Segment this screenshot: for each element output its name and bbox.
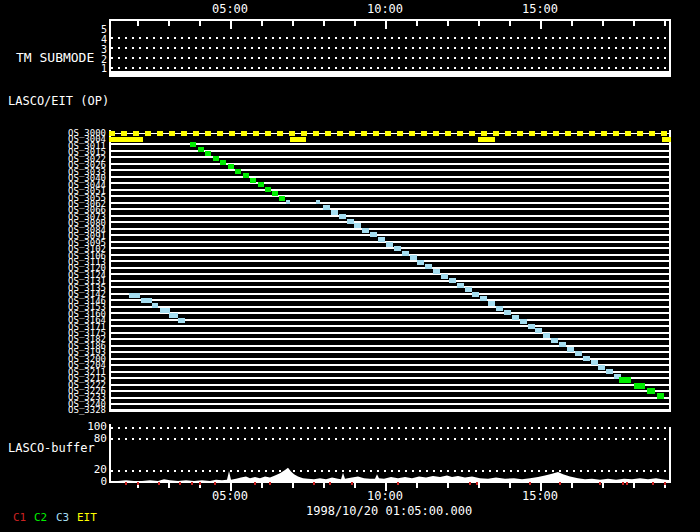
time-tick-label: 10:00 bbox=[367, 489, 403, 503]
legend-item-c1: C1 bbox=[13, 511, 26, 524]
tm-dotted-gridline bbox=[111, 47, 670, 49]
hour-tick bbox=[664, 21, 666, 26]
c3-observation-marker bbox=[465, 287, 472, 292]
os-row-label: OS_3033 bbox=[42, 167, 106, 173]
c3-observation-marker bbox=[129, 293, 140, 298]
os-row-separator bbox=[109, 156, 671, 158]
os-row-label: OS_3015 bbox=[42, 147, 106, 153]
os-row-separator bbox=[109, 195, 671, 197]
time-tick-label: 10:00 bbox=[367, 2, 403, 16]
os-row-label: OS_3011 bbox=[42, 141, 106, 147]
os-row-separator bbox=[109, 273, 671, 275]
c1-event-tick bbox=[652, 482, 654, 485]
os-row-label: OS_3026 bbox=[42, 160, 106, 166]
hour-tick bbox=[292, 21, 294, 26]
c3-observation-marker bbox=[598, 365, 605, 370]
hour-tick bbox=[509, 483, 511, 488]
c3-observation-marker bbox=[347, 219, 354, 224]
c3-observation-marker bbox=[559, 342, 566, 347]
os-row-separator bbox=[109, 254, 671, 256]
os-row-label: OS_3175 bbox=[42, 328, 106, 334]
os-row-separator bbox=[109, 267, 671, 269]
os-row-label: OS_3055 bbox=[42, 193, 106, 199]
hour-tick bbox=[230, 21, 232, 29]
c2-observation-marker bbox=[647, 388, 655, 394]
os-row-separator bbox=[109, 403, 671, 405]
c2-observation-marker bbox=[228, 164, 234, 169]
axis-line bbox=[109, 19, 671, 21]
hour-tick bbox=[509, 21, 511, 26]
os-row-label: OS_3135 bbox=[42, 283, 106, 289]
hour-tick bbox=[323, 483, 325, 488]
os-row-label: OS_3222 bbox=[42, 380, 106, 386]
hour-tick bbox=[571, 21, 573, 26]
os-row-label: OS_3113 bbox=[42, 257, 106, 263]
c3-observation-marker bbox=[169, 313, 178, 318]
os-row-separator bbox=[109, 306, 671, 308]
c3-observation-marker bbox=[472, 292, 479, 297]
os-bottom-border bbox=[109, 409, 671, 412]
c1-event-tick bbox=[397, 482, 399, 485]
os-row-label: OS_3080 bbox=[42, 218, 106, 224]
c3-observation-marker bbox=[512, 315, 519, 320]
c2-observation-marker bbox=[250, 178, 256, 183]
c3-observation-marker bbox=[370, 232, 377, 237]
c3-observation-marker bbox=[394, 246, 401, 251]
os-row-label: OS_3084 bbox=[42, 225, 106, 231]
os-row-label: OS_3102 bbox=[42, 244, 106, 250]
c1-event-tick bbox=[158, 482, 160, 485]
c3-observation-marker bbox=[362, 228, 369, 233]
os-row-separator bbox=[109, 286, 671, 288]
os-row-separator bbox=[109, 299, 671, 301]
tm-dotted-gridline bbox=[111, 57, 670, 59]
c1-event-tick bbox=[254, 482, 256, 485]
c1-event-tick bbox=[269, 482, 271, 485]
os-row-label: OS_3040 bbox=[42, 173, 106, 179]
os-row-label: OS_3328 bbox=[42, 405, 106, 411]
c3-observation-marker bbox=[152, 303, 158, 308]
hour-tick bbox=[540, 21, 542, 29]
c1-event-tick bbox=[476, 482, 478, 485]
hour-tick bbox=[261, 21, 263, 26]
os-row-separator bbox=[109, 345, 671, 347]
c2-observation-marker bbox=[213, 156, 219, 161]
c1-event-tick bbox=[469, 482, 471, 485]
c3-observation-marker bbox=[457, 283, 464, 288]
os-row-label: OS_3226 bbox=[42, 386, 106, 392]
c3-observation-marker bbox=[441, 274, 448, 279]
c3-observation-marker bbox=[504, 310, 511, 315]
c3-observation-marker bbox=[386, 242, 393, 247]
hour-tick bbox=[168, 21, 170, 26]
time-tick-label: 05:00 bbox=[212, 489, 248, 503]
tm-submode-value-band bbox=[109, 71, 671, 77]
c3-observation-marker bbox=[575, 351, 582, 356]
c3-observation-marker bbox=[316, 200, 320, 204]
c3-observation-marker bbox=[286, 200, 290, 204]
hour-tick bbox=[199, 21, 201, 26]
c1-event-tick bbox=[137, 482, 139, 485]
hour-tick bbox=[478, 21, 480, 26]
os-row-separator bbox=[109, 260, 671, 262]
os-row-separator bbox=[109, 234, 671, 236]
lasco-eit-label: LASCO/EIT (OP) bbox=[8, 94, 109, 108]
c1-event-tick bbox=[622, 482, 624, 485]
c3-observation-marker bbox=[141, 298, 152, 303]
c3-observation-marker bbox=[520, 319, 527, 324]
c3-observation-marker bbox=[543, 333, 550, 338]
os-row-separator bbox=[109, 163, 671, 165]
c1-event-tick bbox=[214, 482, 216, 485]
os-row-separator bbox=[109, 189, 671, 191]
os-row-label: OS_3066 bbox=[42, 205, 106, 211]
c3-observation-marker bbox=[433, 269, 440, 274]
c3-observation-marker bbox=[425, 264, 432, 269]
c1-event-tick bbox=[626, 482, 628, 485]
os-row-separator bbox=[109, 215, 671, 217]
os-row-label: OS_3004 bbox=[42, 134, 106, 140]
os-row-separator bbox=[109, 397, 671, 399]
c3-observation-marker bbox=[583, 356, 590, 361]
os-row-separator bbox=[109, 247, 671, 249]
os-row-label: OS_3124 bbox=[42, 270, 106, 276]
os-row-label: OS_3062 bbox=[42, 199, 106, 205]
os-row-separator bbox=[109, 364, 671, 366]
os-row-separator bbox=[109, 182, 671, 184]
